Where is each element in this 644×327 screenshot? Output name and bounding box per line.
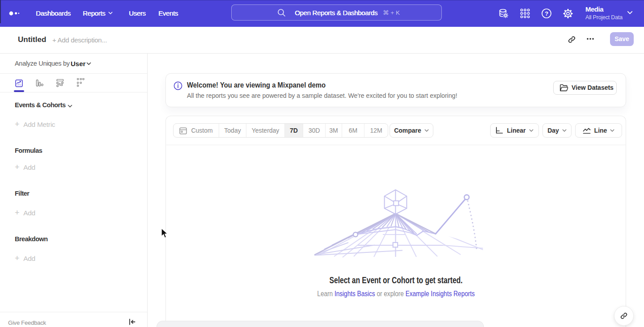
svg-text:?: ? <box>545 10 548 17</box>
